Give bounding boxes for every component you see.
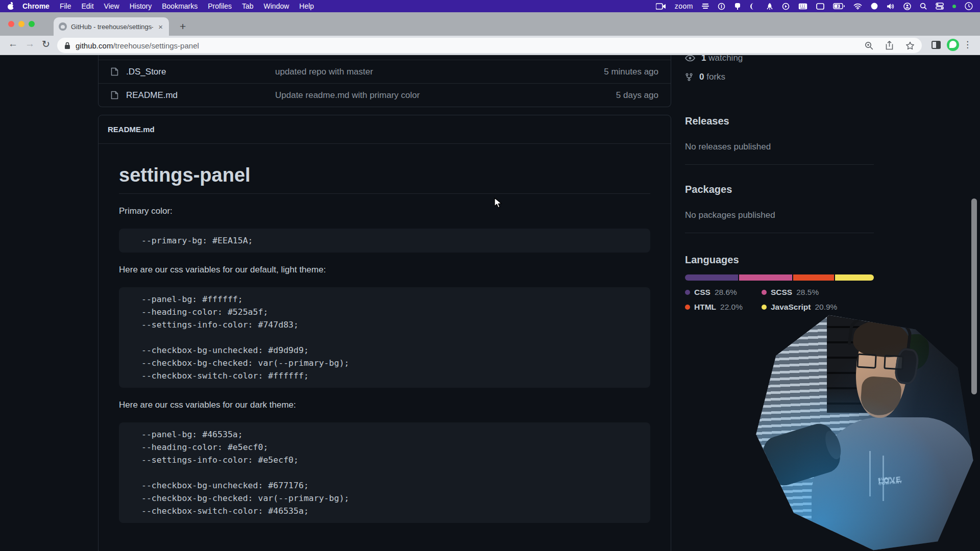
menu-bookmarks[interactable]: Bookmarks — [157, 0, 203, 12]
language-bar-javascript[interactable] — [835, 274, 874, 281]
keyboard-icon[interactable] — [798, 3, 807, 10]
layers-icon[interactable] — [702, 3, 709, 10]
url-path: /treehouse/settings-panel — [113, 41, 199, 50]
file-name-cell[interactable]: README.md — [111, 90, 275, 101]
watching-count: 1 — [701, 55, 706, 63]
macos-menu-bar: Chrome File Edit View History Bookmarks … — [0, 0, 980, 12]
screen: Chrome File Edit View History Bookmarks … — [0, 0, 980, 551]
table-row[interactable]: README.md Update readme.md with primary … — [99, 83, 671, 107]
lock-icon — [64, 42, 70, 49]
apple-icon[interactable] — [7, 3, 14, 10]
forks-label: forks — [706, 72, 725, 82]
file-name-cell[interactable]: .DS_Store — [111, 67, 275, 77]
file-name[interactable]: .DS_Store — [126, 67, 166, 77]
code-block-dark-theme: --panel-bg: #46535a; --heading-color: #e… — [119, 422, 650, 523]
languages-heading[interactable]: Languages — [685, 254, 739, 266]
address-bar[interactable]: github.com/treehouse/settings-panel — [57, 38, 922, 53]
commit-time[interactable]: 5 days ago — [616, 90, 658, 101]
readme-title: settings-panel — [119, 164, 650, 194]
releases-empty-text: No releases published — [685, 142, 771, 152]
bookmark-star-icon[interactable] — [905, 41, 915, 50]
readme-panel: README.md settings-panel Primary color: … — [98, 115, 671, 551]
forward-button[interactable]: → — [25, 38, 35, 49]
zoom-page-icon[interactable] — [865, 41, 873, 50]
menu-chrome[interactable]: Chrome — [17, 0, 55, 12]
scrollbar-thumb[interactable] — [971, 198, 977, 394]
menu-profiles[interactable]: Profiles — [203, 0, 237, 12]
menu-tab[interactable]: Tab — [237, 0, 259, 12]
legend-item-html[interactable]: HTML22.0% — [685, 303, 762, 312]
fullscreen-window-button[interactable] — [29, 21, 35, 27]
clock-icon[interactable] — [965, 2, 973, 10]
watching-row[interactable]: 1 watching — [685, 55, 743, 63]
javascript-dot-icon — [762, 305, 767, 310]
close-window-button[interactable] — [8, 21, 14, 27]
reload-button[interactable]: ↻ — [42, 38, 50, 50]
control-center-icon[interactable] — [936, 3, 944, 10]
back-button[interactable]: ← — [8, 38, 18, 49]
contrast-icon[interactable] — [750, 3, 757, 10]
share-icon[interactable] — [886, 41, 893, 50]
language-bar-css[interactable] — [685, 274, 738, 281]
forks-row[interactable]: 0 forks — [685, 72, 725, 82]
commit-message[interactable]: updated repo with master — [275, 67, 604, 77]
menu-file[interactable]: File — [55, 0, 77, 12]
packages-heading[interactable]: Packages — [685, 184, 732, 195]
menu-window[interactable]: Window — [259, 0, 295, 12]
css-dot-icon — [685, 290, 690, 295]
window-icon[interactable] — [816, 3, 824, 10]
wifi-icon[interactable] — [853, 3, 862, 10]
paddle-icon[interactable] — [734, 3, 741, 10]
github-favicon — [59, 22, 67, 31]
browser-tab[interactable]: GitHub - treehouse/settings-pa × — [54, 17, 169, 36]
close-tab-icon[interactable]: × — [157, 22, 164, 31]
readme-light-label: Here are our css variables for our defau… — [119, 265, 650, 275]
menu-view[interactable]: View — [99, 0, 125, 12]
menu-help[interactable]: Help — [294, 0, 319, 12]
watching-label: watching — [708, 55, 743, 63]
mouse-cursor — [494, 197, 503, 209]
new-tab-button[interactable]: + — [180, 19, 186, 34]
browser-menu-icon[interactable]: ⋮ — [963, 39, 972, 50]
language-bar-html[interactable] — [793, 274, 834, 281]
readme-body: settings-panel Primary color: --primary-… — [99, 144, 671, 551]
releases-heading[interactable]: Releases — [685, 115, 729, 127]
eye-icon — [685, 55, 695, 62]
menu-edit[interactable]: Edit — [76, 0, 99, 12]
legend-item-css[interactable]: CSS28.6% — [685, 288, 762, 297]
readme-intro: Primary color: — [119, 206, 650, 216]
packages-empty-text: No packages published — [685, 210, 775, 220]
table-row[interactable]: .DS_Store updated repo with master 5 min… — [99, 60, 671, 83]
tab-strip: GitHub - treehouse/settings-pa × + — [0, 12, 980, 36]
record-dot-icon[interactable] — [871, 3, 878, 10]
language-legend: CSS28.6% SCSS28.5% HTML22.0% JavaScript2… — [685, 288, 837, 312]
code-block-primary: --primary-bg: #EEA15A; — [119, 229, 650, 253]
readme-header[interactable]: README.md — [99, 115, 671, 144]
battery-icon[interactable] — [833, 3, 845, 9]
file-icon — [111, 91, 118, 99]
browser-toolbar: ← → ↻ github.com/treehouse/settings-pane… — [0, 36, 980, 55]
scss-dot-icon — [762, 290, 767, 295]
commit-message[interactable]: Update readme.md with primary color — [275, 90, 616, 101]
side-panel-icon[interactable] — [932, 41, 941, 49]
profile-avatar[interactable] — [947, 39, 959, 51]
legend-item-scss[interactable]: SCSS28.5% — [762, 288, 837, 297]
power-circle-icon[interactable] — [718, 3, 725, 10]
zoom-status-label[interactable]: zoom — [675, 2, 693, 10]
minimize-window-button[interactable] — [18, 21, 24, 27]
search-icon[interactable] — [920, 3, 927, 10]
html-dot-icon — [685, 305, 690, 310]
volume-icon[interactable] — [887, 3, 895, 10]
video-camera-icon[interactable] — [656, 3, 666, 10]
language-bar-scss[interactable] — [739, 274, 792, 281]
readme-filename: README.md — [108, 125, 155, 134]
file-name[interactable]: README.md — [126, 90, 178, 101]
legend-item-javascript[interactable]: JavaScript20.9% — [762, 303, 837, 312]
menu-history[interactable]: History — [125, 0, 157, 12]
commit-time[interactable]: 5 minutes ago — [604, 67, 658, 77]
user-circle-icon[interactable] — [903, 3, 911, 10]
play-circle-icon[interactable] — [782, 3, 790, 10]
forks-count: 0 — [699, 72, 704, 82]
rocket-icon[interactable] — [766, 3, 773, 10]
window-controls — [8, 21, 35, 27]
